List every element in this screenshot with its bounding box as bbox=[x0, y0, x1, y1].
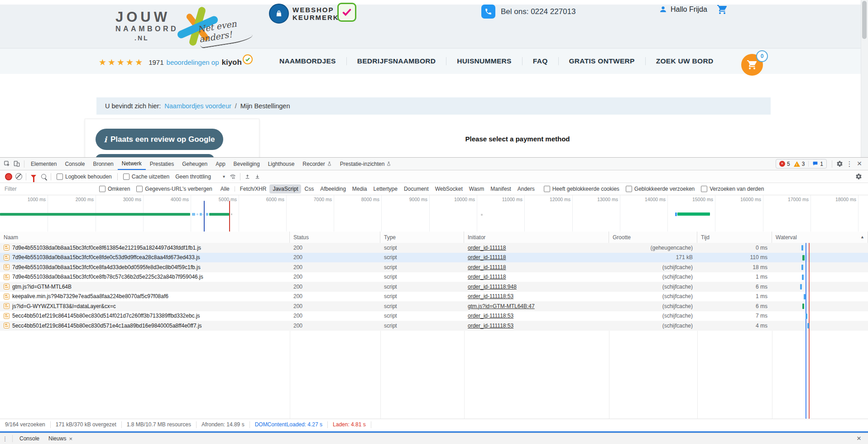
preserve-log-checkbox[interactable]: Logboek behouden bbox=[57, 174, 112, 180]
initiator-link[interactable]: order_id-111118 bbox=[468, 245, 506, 251]
checkbox[interactable] bbox=[123, 174, 129, 180]
scrollbar-thumb[interactable] bbox=[862, 1, 867, 39]
devtools-tab[interactable]: App bbox=[211, 158, 229, 170]
header-cart-icon[interactable] bbox=[717, 4, 728, 15]
request-name-cell[interactable]: js?id=G-WYWZXLTT83&l=dataLayer&cx=c bbox=[0, 303, 290, 309]
request-row[interactable]: 5ecc4bb501ef219c864145b80ec830d514f021d7… bbox=[0, 311, 868, 321]
checkbox[interactable] bbox=[136, 186, 143, 192]
column-header[interactable]: Type bbox=[380, 232, 464, 243]
request-name-cell[interactable]: 7d9e4b551038da0b8aa15bc3fcf0ce8fa4d33deb… bbox=[0, 264, 290, 270]
checkbox[interactable] bbox=[626, 186, 632, 192]
breadcrumb-link[interactable]: Naambordjes voordeur bbox=[164, 102, 231, 110]
page-scrollbar[interactable] bbox=[861, 0, 868, 157]
nav-item[interactable]: GRATIS ONTWERP bbox=[558, 57, 645, 65]
devtools-menu-icon[interactable]: ⋮ bbox=[844, 159, 854, 169]
nav-item[interactable]: BEDRIJFSNAAMBORD bbox=[346, 57, 446, 65]
column-header[interactable]: Tijd bbox=[697, 232, 772, 243]
request-row[interactable]: keepalive.min.js?94b7329e7ead5aa8faa224b… bbox=[0, 292, 868, 302]
devtools-tab[interactable]: Bronnen bbox=[89, 158, 117, 170]
initiator-link[interactable]: order_id-111118:948 bbox=[468, 284, 517, 290]
checkbox[interactable] bbox=[544, 186, 550, 192]
request-type-pill[interactable]: Media bbox=[349, 184, 370, 193]
filter-checkbox[interactable]: Heeft geblokkeerde cookies bbox=[544, 186, 619, 192]
devtools-tab[interactable]: Netwerk bbox=[118, 158, 146, 170]
request-name-cell[interactable]: 7d9e4b551038da0b8aa15bc3fcf0ce8fde0c53d9… bbox=[0, 254, 290, 261]
request-type-pill[interactable]: JavaScript bbox=[269, 184, 301, 193]
request-row[interactable]: 7d9e4b551038da0b8aa15bc3fcf0ce8fde0c53d9… bbox=[0, 253, 868, 263]
device-toolbar-icon[interactable] bbox=[12, 159, 22, 169]
search-icon[interactable] bbox=[38, 172, 48, 182]
google-review-button[interactable]: i Plaats een review op Google bbox=[96, 129, 223, 150]
initiator-link[interactable]: gtm.js?id=GTM-MTL64B:47 bbox=[468, 303, 535, 309]
request-type-pill[interactable]: WebSocket bbox=[432, 184, 466, 193]
initiator-link[interactable]: order_id-111118:53 bbox=[468, 313, 513, 319]
request-type-pill[interactable]: Fetch/XHR bbox=[237, 184, 270, 193]
request-row[interactable]: js?id=G-WYWZXLTT83&l=dataLayer&cx=c 200 … bbox=[0, 301, 868, 311]
close-tab-icon[interactable]: × bbox=[69, 435, 72, 442]
request-type-pill[interactable]: Css bbox=[301, 184, 317, 193]
checkbox[interactable] bbox=[57, 174, 63, 180]
throttling-select[interactable]: Geen throttling ▾ bbox=[175, 174, 225, 180]
request-row[interactable]: 7d9e4b551038da0b8aa15bc3fcf0ce8fa4d33deb… bbox=[0, 262, 868, 272]
export-har-icon[interactable] bbox=[253, 172, 263, 182]
network-conditions-icon[interactable] bbox=[228, 172, 238, 182]
filter-input[interactable] bbox=[4, 185, 96, 193]
initiator-link[interactable]: order_id-111118 bbox=[468, 274, 506, 280]
request-type-pill[interactable]: Afbeelding bbox=[317, 184, 349, 193]
column-header[interactable]: Naam bbox=[0, 232, 290, 243]
column-header[interactable]: Grootte bbox=[609, 232, 697, 243]
request-name-cell[interactable]: 7d9e4b551038da0b8aa15bc3fcf0ce8f613854e2… bbox=[0, 245, 290, 251]
request-row[interactable]: 7d9e4b551038da0b8aa15bc3fcf0ce8fb78c57c3… bbox=[0, 272, 868, 282]
devtools-tab[interactable]: Lighthouse bbox=[264, 158, 299, 170]
request-row[interactable]: 5ecc4bb501ef219c864145b80ec830d571e4c1aa… bbox=[0, 321, 868, 331]
drawer-menu-icon[interactable]: ⋮ bbox=[0, 434, 10, 444]
inspect-element-icon[interactable] bbox=[2, 159, 12, 169]
import-har-icon[interactable] bbox=[243, 172, 253, 182]
site-logo[interactable]: JOUW NAAMBORD .NL bbox=[115, 10, 178, 42]
request-name-cell[interactable]: gtm.js?id=GTM-MTL64B bbox=[0, 284, 290, 290]
devtools-settings-icon[interactable] bbox=[834, 159, 844, 169]
request-name-cell[interactable]: 5ecc4bb501ef219c864145b80ec830d571e4c1aa… bbox=[0, 323, 290, 329]
phone-contact[interactable]: Bel ons: 0224 227013 bbox=[481, 5, 575, 19]
column-header[interactable]: Initiator bbox=[464, 232, 609, 243]
devtools-tab[interactable]: Elementen bbox=[27, 158, 61, 170]
request-name-cell[interactable]: 5ecc4bb501ef219c864145b80ec830d514f021d7… bbox=[0, 313, 290, 319]
network-overview-timeline[interactable]: 1000 ms2000 ms3000 ms4000 ms5000 ms6000 … bbox=[0, 195, 868, 233]
request-type-pill[interactable]: Anders bbox=[514, 184, 538, 193]
drawer-tab[interactable]: Console × bbox=[15, 433, 44, 444]
drawer-tab[interactable]: Nieuws × bbox=[44, 433, 77, 444]
request-type-pill[interactable]: Manifest bbox=[487, 184, 514, 193]
hide-data-urls-checkbox[interactable]: Gegevens-URL's verbergen bbox=[136, 186, 212, 192]
devtools-tab[interactable]: Console bbox=[61, 158, 89, 170]
request-type-pill[interactable]: Document bbox=[401, 184, 432, 193]
request-row[interactable]: gtm.js?id=GTM-MTL64B 200 script order_id… bbox=[0, 282, 868, 292]
filter-checkbox[interactable]: Geblokkeerde verzoeken bbox=[626, 186, 695, 192]
request-type-pill[interactable]: Alle bbox=[217, 184, 233, 193]
filter-toggle-icon[interactable] bbox=[29, 172, 38, 182]
request-type-pill[interactable]: Wasm bbox=[466, 184, 488, 193]
column-header[interactable]: Waterval bbox=[772, 232, 868, 243]
initiator-link[interactable]: order_id-111118 bbox=[468, 264, 506, 270]
network-settings-icon[interactable] bbox=[854, 172, 863, 182]
account-greeting[interactable]: Hallo Frijda bbox=[659, 5, 707, 14]
nav-item[interactable]: FAQ bbox=[522, 57, 558, 65]
clear-network-icon[interactable] bbox=[14, 172, 24, 182]
review-link[interactable]: beoordelingen op bbox=[167, 58, 219, 66]
request-type-pill[interactable]: Lettertype bbox=[370, 184, 401, 193]
checkbox[interactable] bbox=[99, 186, 106, 192]
invert-checkbox[interactable]: Omkeren bbox=[99, 186, 130, 192]
initiator-link[interactable]: order_id-111118:53 bbox=[468, 323, 513, 329]
initiator-link[interactable]: order_id-111118 bbox=[468, 254, 506, 261]
devtools-tab[interactable]: Geheugen bbox=[178, 158, 211, 170]
devtools-close-icon[interactable]: × bbox=[854, 159, 864, 169]
filter-checkbox[interactable]: Verzoeken van derden bbox=[701, 186, 764, 192]
devtools-tab[interactable]: Recorder bbox=[298, 158, 336, 170]
nav-item[interactable]: NAAMBORDJES bbox=[269, 57, 346, 65]
request-row[interactable]: 7d9e4b551038da0b8aa15bc3fcf0ce8f613854e2… bbox=[0, 243, 868, 253]
devtools-tab[interactable]: Prestaties bbox=[146, 158, 178, 170]
record-network-icon[interactable] bbox=[4, 172, 14, 182]
nav-item[interactable]: ZOEK UW BORD bbox=[645, 57, 724, 65]
devtools-tab[interactable]: Prestatie-inzichten bbox=[336, 158, 396, 170]
webshop-keurmerk-badge[interactable]: WEBSHOP KEURMERK bbox=[269, 4, 356, 24]
console-status-badges[interactable]: × 5 ! 3 1 bbox=[776, 159, 827, 169]
